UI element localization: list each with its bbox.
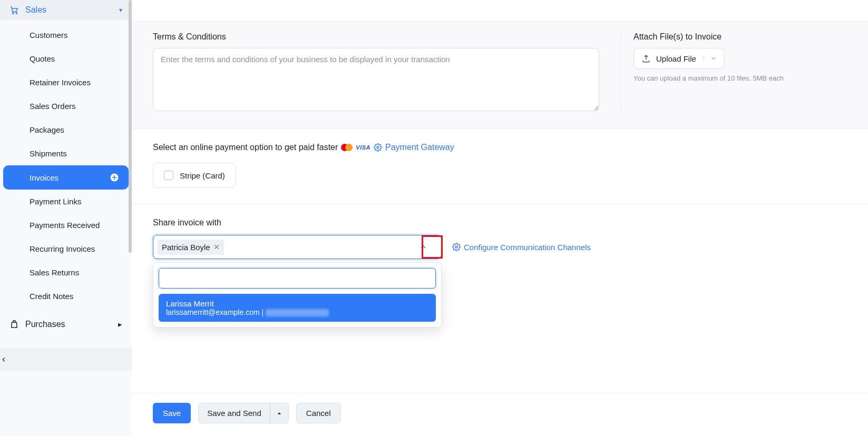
sidebar-item-customers[interactable]: Customers xyxy=(3,23,129,47)
share-chip: Patricia Boyle ✕ xyxy=(158,240,224,255)
caret-down-icon: ▾ xyxy=(119,6,122,14)
sidebar-item-packages[interactable]: Packages xyxy=(3,118,129,142)
upload-icon xyxy=(641,54,651,63)
sidebar-sales-label: Sales xyxy=(25,5,119,15)
save-button[interactable]: Save xyxy=(153,403,191,423)
gear-icon xyxy=(452,243,461,251)
chevron-up-icon xyxy=(419,243,427,251)
main-content: Terms & Conditions Attach File(s) to Inv… xyxy=(132,0,868,436)
chip-remove-icon[interactable]: ✕ xyxy=(213,243,220,251)
sidebar-item-credit-notes[interactable]: Credit Notes xyxy=(3,284,129,308)
multiselect-collapse[interactable] xyxy=(419,243,437,251)
svg-point-1 xyxy=(16,13,17,14)
share-label: Share invoice with xyxy=(153,218,847,227)
footer-actions: Save Save and Send Cancel xyxy=(132,393,868,436)
sidebar-item-sales-returns[interactable]: Sales Returns xyxy=(3,261,129,284)
stripe-checkbox[interactable] xyxy=(164,171,173,180)
sidebar: Sales ▾ Customers Quotes Retainer Invoic… xyxy=(0,0,132,436)
payment-gateway-link[interactable]: Payment Gateway xyxy=(374,143,454,152)
cancel-button[interactable]: Cancel xyxy=(296,403,341,423)
sidebar-section-sales[interactable]: Sales ▾ xyxy=(0,0,132,20)
bag-icon xyxy=(9,320,19,329)
svg-point-0 xyxy=(13,13,14,14)
upload-file-button[interactable]: Upload File xyxy=(633,48,725,69)
share-dropdown: Larissa Merrit larissamerritt@example.co… xyxy=(153,262,442,328)
dropdown-option-name: Larissa Merrit xyxy=(166,299,428,308)
terms-label: Terms & Conditions xyxy=(153,32,599,42)
share-multiselect[interactable]: Patricia Boyle ✕ xyxy=(153,235,442,259)
sidebar-item-retainer-invoices[interactable]: Retainer Invoices xyxy=(3,71,129,94)
stripe-option[interactable]: Stripe (Card) xyxy=(153,163,236,188)
sidebar-item-shipments[interactable]: Shipments xyxy=(3,142,129,165)
share-dropdown-option[interactable]: Larissa Merrit larissamerritt@example.co… xyxy=(159,294,436,322)
sidebar-item-quotes[interactable]: Quotes xyxy=(3,47,129,71)
sidebar-item-payments-received[interactable]: Payments Received xyxy=(3,213,129,237)
dropdown-option-email: larissamerritt@example.com | xyxy=(166,308,428,316)
svg-point-3 xyxy=(377,146,379,148)
upload-hint: You can upload a maximum of 10 files, 5M… xyxy=(633,74,847,82)
payment-prompt: Select an online payment option to get p… xyxy=(153,143,338,152)
cart-icon xyxy=(9,5,19,15)
terms-textarea[interactable] xyxy=(153,48,599,111)
save-send-dropdown[interactable] xyxy=(270,403,288,423)
sidebar-item-payment-links[interactable]: Payment Links xyxy=(3,190,129,213)
sidebar-sales-items: Customers Quotes Retainer Invoices Sales… xyxy=(0,20,132,311)
svg-point-4 xyxy=(455,246,457,248)
share-chip-label: Patricia Boyle xyxy=(162,243,210,252)
redacted-phone xyxy=(266,309,329,316)
attach-label: Attach File(s) to Invoice xyxy=(633,32,847,42)
sidebar-item-recurring-invoices[interactable]: Recurring Invoices xyxy=(3,237,129,261)
upload-file-label: Upload File xyxy=(656,54,696,63)
chevron-down-icon[interactable] xyxy=(704,55,717,62)
sidebar-item-invoices[interactable]: Invoices xyxy=(3,165,129,190)
sidebar-collapse[interactable] xyxy=(0,348,132,371)
share-dropdown-search[interactable] xyxy=(159,268,436,289)
mastercard-icon xyxy=(341,144,353,151)
save-and-send-button[interactable]: Save and Send xyxy=(198,403,289,423)
configure-channels-link[interactable]: Configure Communication Channels xyxy=(452,243,591,252)
sidebar-item-sales-orders[interactable]: Sales Orders xyxy=(3,94,129,118)
caret-up-icon xyxy=(277,411,282,416)
sidebar-section-purchases[interactable]: Purchases ▸ xyxy=(0,311,132,338)
plus-circle-icon[interactable] xyxy=(110,173,119,182)
sidebar-purchases-label: Purchases xyxy=(25,320,118,329)
stripe-label: Stripe (Card) xyxy=(180,171,225,180)
gear-icon xyxy=(374,143,382,152)
visa-icon: VISA xyxy=(356,144,370,151)
caret-right-icon: ▸ xyxy=(118,320,122,329)
chevron-left-icon xyxy=(0,356,7,363)
